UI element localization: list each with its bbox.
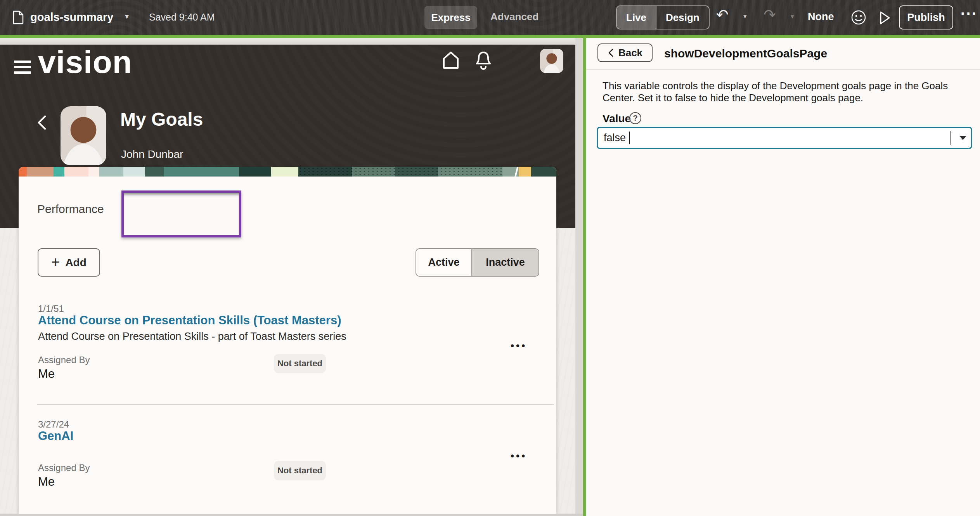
history-selection-label[interactable]: None xyxy=(808,11,834,23)
goal-overflow-icon[interactable]: ••• xyxy=(511,450,527,462)
toolbar-overflow-icon[interactable]: ··· xyxy=(961,5,978,22)
undo-history-caret-icon[interactable]: ▾ xyxy=(743,12,747,21)
menu-hamburger-icon[interactable] xyxy=(14,61,31,74)
assigned-by-value: Me xyxy=(38,475,55,489)
preview-frame-right-border xyxy=(583,38,586,516)
preview-right-gutter xyxy=(575,38,583,516)
notifications-bell-icon[interactable] xyxy=(473,49,493,71)
variable-description: This variable controls the display of th… xyxy=(603,80,976,104)
home-icon[interactable] xyxy=(442,50,460,70)
value-combobox xyxy=(597,127,972,149)
undo-icon[interactable]: ↶ xyxy=(716,6,729,23)
advanced-mode-button[interactable]: Advanced xyxy=(490,11,538,23)
filter-active-button[interactable]: Active xyxy=(416,249,471,276)
back-chevron-icon[interactable] xyxy=(36,114,48,131)
panel-header-divider xyxy=(586,69,980,70)
design-toggle-button[interactable]: Design xyxy=(656,6,709,29)
filter-inactive-button[interactable]: Inactive xyxy=(471,249,538,276)
status-badge: Not started xyxy=(274,461,326,480)
assigned-by-value: Me xyxy=(38,367,55,381)
value-label: Value xyxy=(603,113,631,125)
list-divider xyxy=(37,404,554,405)
variable-name-title: showDevelopmentGoalsPage xyxy=(664,45,827,62)
saved-status: Saved 9:40 AM xyxy=(149,12,215,23)
plus-icon: + xyxy=(51,255,60,269)
selected-element-highlight[interactable] xyxy=(121,190,241,237)
vision-logo: vision xyxy=(38,46,132,78)
user-avatar[interactable] xyxy=(540,49,563,73)
page-document-icon xyxy=(12,10,25,25)
combobox-divider xyxy=(950,131,951,145)
status-badge: Not started xyxy=(274,354,326,373)
combobox-dropdown-icon[interactable] xyxy=(959,136,966,140)
feedback-smiley-icon[interactable] xyxy=(850,9,867,26)
add-goal-button[interactable]: + Add xyxy=(38,248,100,277)
back-button[interactable]: Back xyxy=(597,43,653,62)
user-name: John Dunbar xyxy=(121,148,183,161)
redo-icon[interactable]: ↷ xyxy=(764,6,776,23)
performance-label: Performance xyxy=(37,203,104,216)
assigned-by-label: Assigned By xyxy=(38,462,90,473)
help-icon[interactable]: ? xyxy=(629,112,641,124)
live-design-toggle: Live Design xyxy=(616,5,710,29)
variable-editor-panel xyxy=(586,38,980,516)
live-toggle-button[interactable]: Live xyxy=(617,6,656,29)
top-toolbar: goals-summary ▾ Saved 9:40 AM Express Ad… xyxy=(0,0,980,35)
text-cursor xyxy=(629,132,630,144)
page-title: My Goals xyxy=(120,109,203,130)
preview-bottom-edge xyxy=(0,514,583,516)
goal-title-link[interactable]: Attend Course on Presentation Skills (To… xyxy=(38,313,341,327)
visual-builder-screen: goals-summary ▾ Saved 9:40 AM Express Ad… xyxy=(0,0,980,516)
preview-frame-top-border xyxy=(0,35,980,38)
assigned-by-label: Assigned By xyxy=(38,355,90,365)
preview-play-icon[interactable] xyxy=(878,10,892,26)
page-dropdown-caret-icon[interactable]: ▾ xyxy=(125,12,129,21)
goal-description: Attend Course on Presentation Skills - p… xyxy=(38,331,346,343)
value-input[interactable] xyxy=(598,128,939,147)
express-mode-button[interactable]: Express xyxy=(424,6,477,29)
goal-date: 1/1/51 xyxy=(38,303,64,314)
profile-avatar xyxy=(61,106,106,165)
goal-filter-toggle: Active Inactive xyxy=(416,248,539,277)
goal-overflow-icon[interactable]: ••• xyxy=(511,340,527,352)
preview-top-gap xyxy=(0,38,575,45)
page-name[interactable]: goals-summary xyxy=(30,9,113,25)
banner-illustration xyxy=(19,167,556,177)
back-chevron-icon xyxy=(608,48,614,57)
goal-title-link[interactable]: GenAI xyxy=(38,429,73,443)
publish-button[interactable]: Publish xyxy=(899,5,953,29)
goal-date: 3/27/24 xyxy=(38,419,69,430)
redo-history-caret-icon[interactable]: ▾ xyxy=(791,12,794,21)
